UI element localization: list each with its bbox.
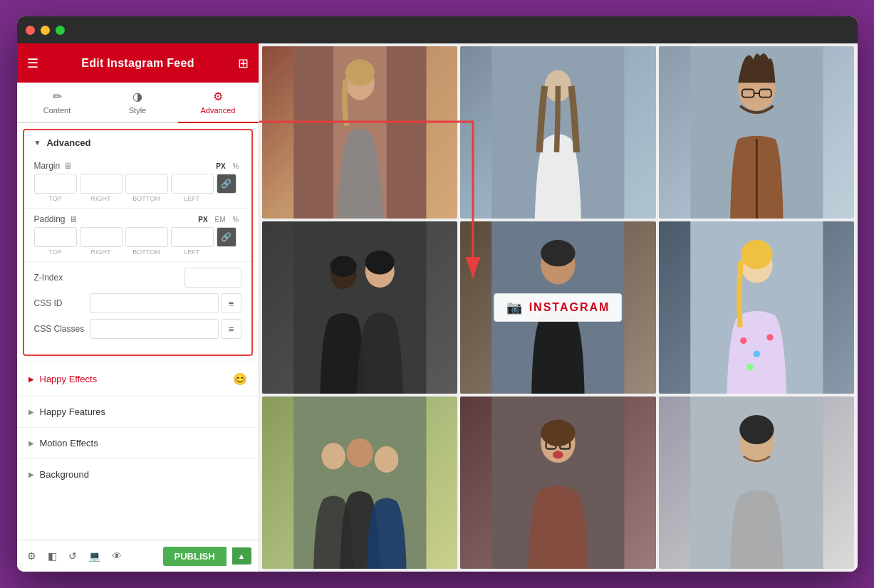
layers-icon[interactable]: ◧ <box>45 547 60 565</box>
margin-label: Margin 🖥 <box>34 161 84 171</box>
advanced-section-header[interactable]: ▼ Advanced <box>24 130 251 155</box>
happy-features-header[interactable]: ▶ Happy Features <box>23 397 253 427</box>
svg-point-25 <box>766 334 773 340</box>
margin-input-labels: TOP RIGHT BOTTOM LEFT <box>34 195 241 202</box>
happy-effects-label: Happy Effects <box>40 374 98 384</box>
photo-cell-6 <box>659 221 855 394</box>
padding-link-button[interactable]: 🔗 <box>217 227 236 247</box>
history-icon[interactable]: ↺ <box>66 547 80 565</box>
svg-point-19 <box>541 240 575 266</box>
grid-icon[interactable]: ⊞ <box>238 56 249 71</box>
svg-point-28 <box>321 443 345 469</box>
content-area: 📷 INSTAGRAM <box>259 43 858 572</box>
svg-point-15 <box>330 256 356 277</box>
instagram-text: INSTAGRAM <box>529 301 610 314</box>
happy-effects-header[interactable]: ▶ Happy Effects 😊 <box>23 362 253 396</box>
padding-right-label: RIGHT <box>80 248 123 256</box>
happy-effects-emoji-icon: 😊 <box>233 372 247 386</box>
tab-content[interactable]: ✏ Content <box>17 83 98 123</box>
svg-point-16 <box>365 251 394 275</box>
close-button[interactable] <box>26 26 35 35</box>
cssid-menu-icon[interactable]: ≡ <box>222 293 241 313</box>
svg-point-3 <box>345 60 374 86</box>
advanced-title: Advanced <box>46 137 90 148</box>
device-icon[interactable]: 💻 <box>85 547 103 565</box>
padding-left-label: LEFT <box>171 248 214 256</box>
cssid-row: CSS ID ≡ <box>34 293 241 313</box>
minimize-button[interactable] <box>41 26 50 35</box>
cssid-label: CSS ID <box>34 298 84 308</box>
tabs-container: ✏ Content ◑ Style ⚙ Advanced <box>17 83 259 123</box>
svg-point-30 <box>374 446 398 473</box>
cssclasses-menu-icon[interactable]: ≡ <box>222 319 241 339</box>
tab-style[interactable]: ◑ Style <box>98 83 178 123</box>
hamburger-icon[interactable]: ☰ <box>27 56 38 71</box>
cssid-input-group: ≡ <box>90 293 241 313</box>
margin-px-unit[interactable]: PX <box>214 162 227 171</box>
padding-row: Padding 🖥 PX EM % <box>34 214 241 224</box>
photo-grid: 📷 INSTAGRAM <box>259 43 858 572</box>
margin-input-row: 🔗 <box>34 174 241 194</box>
zindex-label: Z-Index <box>34 273 84 283</box>
margin-bottom-input[interactable] <box>125 174 168 194</box>
padding-percent-unit[interactable]: % <box>231 215 241 224</box>
monitor-icon: 🖥 <box>63 161 72 171</box>
motion-effects-arrow: ▶ <box>28 439 34 447</box>
margin-percent-unit[interactable]: % <box>231 162 241 171</box>
tab-advanced[interactable]: ⚙ Advanced <box>178 83 259 123</box>
margin-row: Margin 🖥 PX % <box>34 161 241 171</box>
separator-1 <box>24 208 251 209</box>
cssclasses-label: CSS Classes <box>34 324 85 334</box>
padding-top-input[interactable] <box>34 227 77 247</box>
instagram-overlay: 📷 INSTAGRAM <box>494 293 623 322</box>
monitor-icon-2: 🖥 <box>69 214 78 224</box>
margin-units: PX % <box>214 162 241 171</box>
sidebar-scroll: ▼ Advanced Margin 🖥 PX % <box>17 123 259 540</box>
photo-3-image <box>659 46 855 219</box>
photo-cell-7 <box>262 397 458 569</box>
pencil-icon: ✏ <box>53 90 62 103</box>
advanced-section-body: Margin 🖥 PX % <box>24 155 251 355</box>
photo-cell-9 <box>659 397 855 569</box>
sidebar-header: ☰ Edit Instagram Feed ⊞ <box>17 43 259 83</box>
sidebar-title: Edit Instagram Feed <box>81 57 194 70</box>
padding-px-unit[interactable]: PX <box>196 215 209 224</box>
margin-right-input[interactable] <box>80 174 123 194</box>
instagram-logo-icon: 📷 <box>506 300 524 315</box>
padding-right-input[interactable] <box>80 227 123 247</box>
publish-arrow-button[interactable]: ▲ <box>232 547 251 565</box>
background-label: Background <box>40 469 89 480</box>
separator-2 <box>24 261 251 262</box>
settings-icon[interactable]: ⚙ <box>24 547 39 565</box>
padding-left-input[interactable] <box>171 227 214 247</box>
happy-features-label: Happy Features <box>40 406 106 417</box>
motion-effects-section: ▶ Motion Effects <box>17 427 259 458</box>
bottom-toolbar: ⚙ ◧ ↺ 💻 👁 PUBLISH ▲ <box>17 540 259 572</box>
cssclasses-input[interactable] <box>90 319 218 339</box>
margin-top-input[interactable] <box>34 174 77 194</box>
photo-2-image <box>460 46 656 219</box>
motion-effects-header[interactable]: ▶ Motion Effects <box>23 428 253 458</box>
photo-cell-4 <box>262 221 458 394</box>
padding-bottom-input[interactable] <box>125 227 168 247</box>
photo-6-image <box>659 221 855 394</box>
maximize-button[interactable] <box>56 26 65 35</box>
happy-effects-section: ▶ Happy Effects 😊 <box>17 362 259 396</box>
cssid-input[interactable] <box>90 293 219 313</box>
margin-link-button[interactable]: 🔗 <box>217 174 236 194</box>
background-header[interactable]: ▶ Background <box>23 459 253 490</box>
padding-top-label: TOP <box>34 248 77 256</box>
photo-cell-5: 📷 INSTAGRAM <box>460 221 656 394</box>
padding-em-unit[interactable]: EM <box>213 215 228 224</box>
cssclasses-row: CSS Classes ≡ <box>34 319 241 339</box>
publish-button[interactable]: PUBLISH <box>163 547 227 566</box>
margin-top-label: TOP <box>34 195 77 202</box>
margin-left-input[interactable] <box>171 174 214 194</box>
photo-7-image <box>262 397 458 569</box>
advanced-section: ▼ Advanced Margin 🖥 PX % <box>23 129 253 356</box>
zindex-input[interactable] <box>184 268 241 288</box>
preview-icon[interactable]: 👁 <box>109 547 125 565</box>
zindex-row: Z-Index <box>34 268 241 288</box>
photo-cell-1 <box>262 46 458 219</box>
svg-point-22 <box>741 240 773 269</box>
